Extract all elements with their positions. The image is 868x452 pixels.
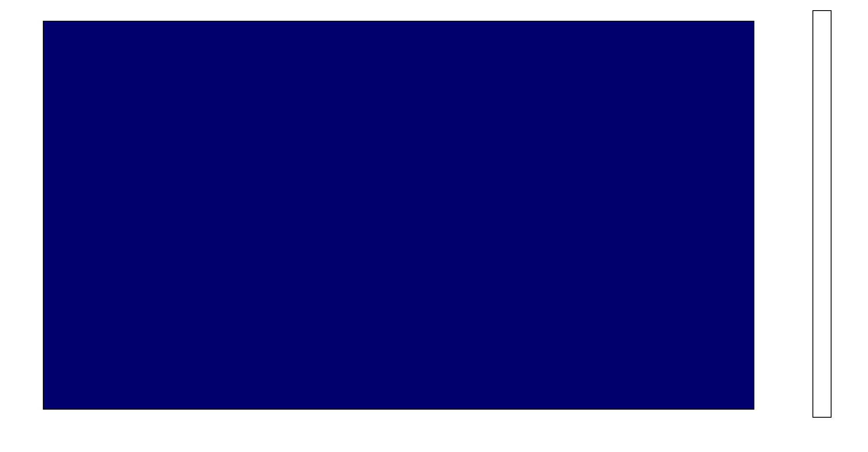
spectrogram-canvas	[43, 21, 754, 409]
spectrogram-plot	[43, 21, 754, 409]
spectrogram-figure	[0, 0, 868, 452]
colorbar-gradient-canvas	[813, 11, 831, 417]
colorbar	[813, 11, 831, 417]
